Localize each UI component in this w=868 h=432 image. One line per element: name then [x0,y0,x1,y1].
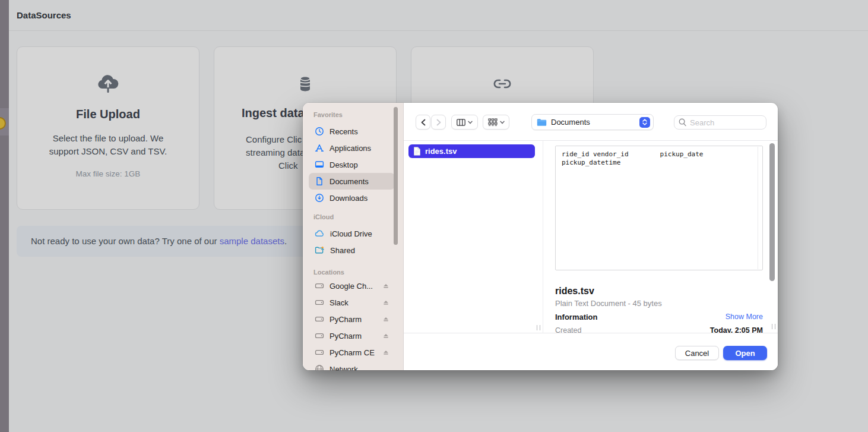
file-icon [413,147,421,156]
file-name: rides.tsv [425,147,457,156]
external-disk-icon [315,298,324,307]
sidebar-item-label: Desktop [330,160,358,169]
eject-icon[interactable] [382,315,390,323]
sidebar-item-pycharm-ce-disk[interactable]: PyCharm CE [309,344,395,361]
sidebar-item-google-chrome-disk[interactable]: Google Ch... [309,278,395,294]
chevron-down-icon [468,121,473,124]
sidebar-item-desktop[interactable]: Desktop [309,156,395,173]
preview-filename: rides.tsv [555,286,594,297]
search-icon [679,118,686,127]
appstore-a-icon [315,143,324,153]
sidebar-item-downloads[interactable]: Downloads [309,190,395,206]
column-resize-grip[interactable] [772,324,775,329]
open-file-dialog: Favorites Recents Applications Desktop [303,103,778,370]
sidebar-item-documents[interactable]: Documents [309,173,395,190]
folder-icon [537,118,547,127]
sidebar-item-icloud-drive[interactable]: iCloud Drive [309,225,395,242]
dialog-scrollbar[interactable] [769,143,775,281]
dropdown-stepper-icon[interactable] [639,117,650,128]
file-browser: rides.tsv ride_id vendor_id pickup_date … [404,141,778,333]
file-list-column: rides.tsv [404,141,543,333]
eject-icon[interactable] [382,348,390,357]
open-button[interactable]: Open [723,346,767,360]
sidebar-item-pycharm-disk[interactable]: PyCharm [309,311,395,327]
column-view-icon [457,119,465,126]
globe-icon [315,364,324,370]
sidebar-section-label: Locations [313,269,403,276]
sidebar-section-label: Favorites [313,111,403,119]
preview-scroll-track [758,147,758,269]
grid-view-icon [488,118,498,126]
search-field [674,115,766,130]
sidebar-item-slack-disk[interactable]: Slack [309,294,395,311]
external-disk-icon [315,281,324,291]
sidebar-item-pycharm-disk[interactable]: PyCharm [309,327,395,344]
sidebar-item-label: PyCharm CE [330,348,375,357]
sidebar-item-recents[interactable]: Recents [309,123,395,140]
location-label: Documents [551,118,590,127]
external-disk-icon [315,348,324,357]
desktop-icon [315,160,324,169]
sidebar-item-label: Network [330,365,358,371]
location-dropdown[interactable]: Documents [531,114,654,130]
clock-icon [315,127,324,136]
eject-icon[interactable] [382,282,390,290]
sidebar-item-label: Google Ch... [330,282,373,291]
cancel-button[interactable]: Cancel [675,346,719,360]
sidebar-item-label: Documents [330,177,369,186]
dialog-toolbar: Documents [404,103,778,141]
cloud-icon [315,229,325,238]
document-icon [315,176,324,186]
sidebar-item-network[interactable]: Network [309,361,395,370]
sidebar-item-label: Downloads [330,194,368,203]
sidebar-item-label: Slack [330,298,349,307]
sidebar-section-label: iCloud [313,213,403,221]
chevron-down-icon [500,121,505,124]
group-view-button[interactable] [483,115,509,130]
preview-file-kind: Plain Text Document - 45 bytes [555,299,662,308]
forward-button[interactable] [431,115,446,130]
chevron-right-icon [436,119,442,126]
eject-icon[interactable] [382,332,390,340]
preview-line: pickup_datetime [562,159,756,167]
dialog-footer: Cancel Open [404,333,778,370]
chevron-left-icon [420,119,426,126]
file-preview: ride_id vendor_id pickup_date pickup_dat… [555,146,763,270]
information-label: Information [555,313,598,321]
sidebar-item-label: iCloud Drive [330,229,372,238]
eject-icon[interactable] [382,298,390,307]
sidebar-item-label: PyCharm [330,332,362,340]
sidebar-item-label: Applications [330,144,371,153]
finder-sidebar: Favorites Recents Applications Desktop [303,103,404,370]
preview-line: ride_id vendor_id pickup_date [562,150,756,159]
sidebar-scrollbar[interactable] [394,107,398,245]
external-disk-icon [315,331,324,340]
search-input[interactable] [674,115,766,130]
file-row-rides-tsv[interactable]: rides.tsv [408,144,535,158]
download-circle-icon [315,193,324,203]
sidebar-item-shared[interactable]: Shared [309,242,395,258]
dialog-content: Documents [404,103,778,370]
back-button[interactable] [416,115,430,130]
column-view-button[interactable] [451,115,478,130]
column-resize-grip[interactable] [537,325,540,330]
sidebar-item-label: PyCharm [330,315,362,324]
external-disk-icon [315,314,324,324]
sidebar-item-label: Recents [330,127,358,136]
sidebar-item-label: Shared [330,246,355,255]
shared-folder-icon [315,245,325,255]
sidebar-item-applications[interactable]: Applications [309,140,395,156]
show-more-link[interactable]: Show More [726,313,763,321]
